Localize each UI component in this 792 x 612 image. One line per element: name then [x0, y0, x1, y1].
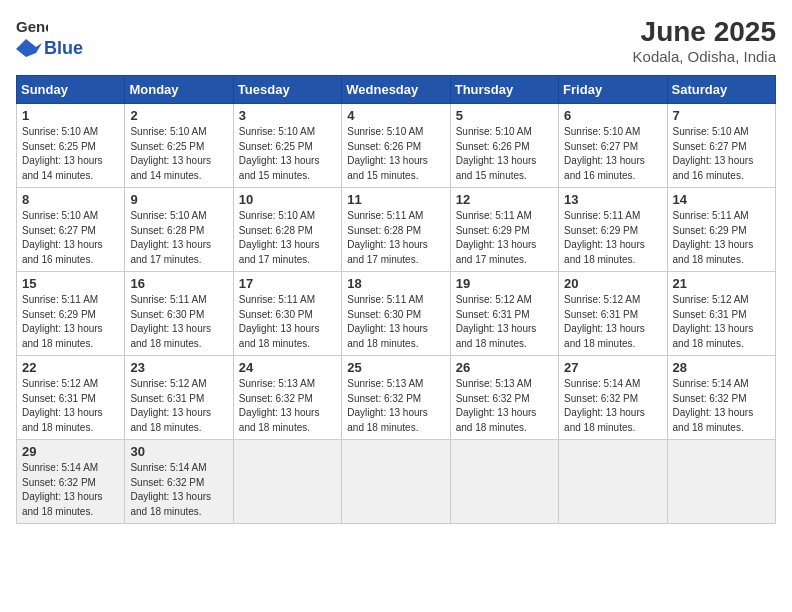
calendar-cell: 12Sunrise: 5:11 AMSunset: 6:29 PMDayligh… — [450, 188, 558, 272]
day-number: 13 — [564, 192, 661, 207]
day-number: 30 — [130, 444, 227, 459]
day-number: 8 — [22, 192, 119, 207]
day-info: Sunrise: 5:12 AMSunset: 6:31 PMDaylight:… — [130, 378, 211, 433]
calendar-cell: 1Sunrise: 5:10 AMSunset: 6:25 PMDaylight… — [17, 104, 125, 188]
day-info: Sunrise: 5:14 AMSunset: 6:32 PMDaylight:… — [22, 462, 103, 517]
calendar-cell: 29Sunrise: 5:14 AMSunset: 6:32 PMDayligh… — [17, 440, 125, 524]
calendar-cell: 5Sunrise: 5:10 AMSunset: 6:26 PMDaylight… — [450, 104, 558, 188]
day-number: 2 — [130, 108, 227, 123]
day-info: Sunrise: 5:10 AMSunset: 6:26 PMDaylight:… — [456, 126, 537, 181]
calendar-cell: 22Sunrise: 5:12 AMSunset: 6:31 PMDayligh… — [17, 356, 125, 440]
day-number: 29 — [22, 444, 119, 459]
day-info: Sunrise: 5:13 AMSunset: 6:32 PMDaylight:… — [456, 378, 537, 433]
day-number: 24 — [239, 360, 336, 375]
logo-blue-text: Blue — [44, 38, 83, 59]
calendar-cell: 13Sunrise: 5:11 AMSunset: 6:29 PMDayligh… — [559, 188, 667, 272]
calendar-cell: 7Sunrise: 5:10 AMSunset: 6:27 PMDaylight… — [667, 104, 775, 188]
calendar-cell: 14Sunrise: 5:11 AMSunset: 6:29 PMDayligh… — [667, 188, 775, 272]
calendar-cell: 24Sunrise: 5:13 AMSunset: 6:32 PMDayligh… — [233, 356, 341, 440]
calendar-cell: 16Sunrise: 5:11 AMSunset: 6:30 PMDayligh… — [125, 272, 233, 356]
day-info: Sunrise: 5:14 AMSunset: 6:32 PMDaylight:… — [564, 378, 645, 433]
day-number: 19 — [456, 276, 553, 291]
month-title: June 2025 — [633, 16, 776, 48]
day-info: Sunrise: 5:14 AMSunset: 6:32 PMDaylight:… — [130, 462, 211, 517]
day-info: Sunrise: 5:11 AMSunset: 6:30 PMDaylight:… — [239, 294, 320, 349]
calendar-cell: 3Sunrise: 5:10 AMSunset: 6:25 PMDaylight… — [233, 104, 341, 188]
calendar-cell — [559, 440, 667, 524]
col-header-saturday: Saturday — [667, 76, 775, 104]
title-area: June 2025 Kodala, Odisha, India — [633, 16, 776, 65]
day-number: 17 — [239, 276, 336, 291]
calendar-cell: 4Sunrise: 5:10 AMSunset: 6:26 PMDaylight… — [342, 104, 450, 188]
calendar-cell — [450, 440, 558, 524]
col-header-monday: Monday — [125, 76, 233, 104]
day-info: Sunrise: 5:10 AMSunset: 6:28 PMDaylight:… — [239, 210, 320, 265]
logo-icon: General — [16, 16, 48, 38]
day-number: 26 — [456, 360, 553, 375]
location-title: Kodala, Odisha, India — [633, 48, 776, 65]
day-info: Sunrise: 5:10 AMSunset: 6:27 PMDaylight:… — [673, 126, 754, 181]
calendar-table: SundayMondayTuesdayWednesdayThursdayFrid… — [16, 75, 776, 524]
calendar-cell: 2Sunrise: 5:10 AMSunset: 6:25 PMDaylight… — [125, 104, 233, 188]
day-number: 9 — [130, 192, 227, 207]
calendar-cell: 10Sunrise: 5:10 AMSunset: 6:28 PMDayligh… — [233, 188, 341, 272]
day-info: Sunrise: 5:12 AMSunset: 6:31 PMDaylight:… — [673, 294, 754, 349]
day-number: 3 — [239, 108, 336, 123]
calendar-cell: 15Sunrise: 5:11 AMSunset: 6:29 PMDayligh… — [17, 272, 125, 356]
calendar-cell: 9Sunrise: 5:10 AMSunset: 6:28 PMDaylight… — [125, 188, 233, 272]
day-info: Sunrise: 5:10 AMSunset: 6:25 PMDaylight:… — [239, 126, 320, 181]
day-number: 11 — [347, 192, 444, 207]
day-number: 15 — [22, 276, 119, 291]
col-header-thursday: Thursday — [450, 76, 558, 104]
calendar-cell: 21Sunrise: 5:12 AMSunset: 6:31 PMDayligh… — [667, 272, 775, 356]
calendar-cell: 20Sunrise: 5:12 AMSunset: 6:31 PMDayligh… — [559, 272, 667, 356]
day-info: Sunrise: 5:13 AMSunset: 6:32 PMDaylight:… — [347, 378, 428, 433]
day-number: 18 — [347, 276, 444, 291]
logo-bird-icon — [16, 39, 42, 59]
header: General Blue June 2025 Kodala, Odisha, I… — [16, 16, 776, 65]
day-info: Sunrise: 5:12 AMSunset: 6:31 PMDaylight:… — [456, 294, 537, 349]
day-info: Sunrise: 5:11 AMSunset: 6:29 PMDaylight:… — [456, 210, 537, 265]
day-number: 22 — [22, 360, 119, 375]
calendar-cell: 19Sunrise: 5:12 AMSunset: 6:31 PMDayligh… — [450, 272, 558, 356]
day-info: Sunrise: 5:11 AMSunset: 6:29 PMDaylight:… — [673, 210, 754, 265]
day-info: Sunrise: 5:10 AMSunset: 6:25 PMDaylight:… — [130, 126, 211, 181]
day-number: 4 — [347, 108, 444, 123]
day-number: 6 — [564, 108, 661, 123]
day-info: Sunrise: 5:10 AMSunset: 6:25 PMDaylight:… — [22, 126, 103, 181]
svg-marker-1 — [16, 39, 42, 57]
day-info: Sunrise: 5:11 AMSunset: 6:30 PMDaylight:… — [130, 294, 211, 349]
day-info: Sunrise: 5:10 AMSunset: 6:27 PMDaylight:… — [564, 126, 645, 181]
day-number: 20 — [564, 276, 661, 291]
col-header-friday: Friday — [559, 76, 667, 104]
day-info: Sunrise: 5:10 AMSunset: 6:28 PMDaylight:… — [130, 210, 211, 265]
day-number: 28 — [673, 360, 770, 375]
calendar-cell: 26Sunrise: 5:13 AMSunset: 6:32 PMDayligh… — [450, 356, 558, 440]
day-number: 1 — [22, 108, 119, 123]
day-info: Sunrise: 5:10 AMSunset: 6:26 PMDaylight:… — [347, 126, 428, 181]
calendar-cell: 25Sunrise: 5:13 AMSunset: 6:32 PMDayligh… — [342, 356, 450, 440]
day-number: 27 — [564, 360, 661, 375]
calendar-cell: 23Sunrise: 5:12 AMSunset: 6:31 PMDayligh… — [125, 356, 233, 440]
day-number: 16 — [130, 276, 227, 291]
day-number: 7 — [673, 108, 770, 123]
day-number: 14 — [673, 192, 770, 207]
day-info: Sunrise: 5:11 AMSunset: 6:30 PMDaylight:… — [347, 294, 428, 349]
calendar-cell: 27Sunrise: 5:14 AMSunset: 6:32 PMDayligh… — [559, 356, 667, 440]
calendar-cell: 17Sunrise: 5:11 AMSunset: 6:30 PMDayligh… — [233, 272, 341, 356]
calendar-cell — [667, 440, 775, 524]
col-header-tuesday: Tuesday — [233, 76, 341, 104]
logo: General Blue — [16, 16, 83, 59]
day-number: 12 — [456, 192, 553, 207]
calendar-cell: 8Sunrise: 5:10 AMSunset: 6:27 PMDaylight… — [17, 188, 125, 272]
day-number: 23 — [130, 360, 227, 375]
day-info: Sunrise: 5:11 AMSunset: 6:29 PMDaylight:… — [22, 294, 103, 349]
day-number: 21 — [673, 276, 770, 291]
day-info: Sunrise: 5:10 AMSunset: 6:27 PMDaylight:… — [22, 210, 103, 265]
day-number: 5 — [456, 108, 553, 123]
day-number: 25 — [347, 360, 444, 375]
calendar-cell: 18Sunrise: 5:11 AMSunset: 6:30 PMDayligh… — [342, 272, 450, 356]
calendar-cell — [233, 440, 341, 524]
day-info: Sunrise: 5:11 AMSunset: 6:29 PMDaylight:… — [564, 210, 645, 265]
day-info: Sunrise: 5:13 AMSunset: 6:32 PMDaylight:… — [239, 378, 320, 433]
